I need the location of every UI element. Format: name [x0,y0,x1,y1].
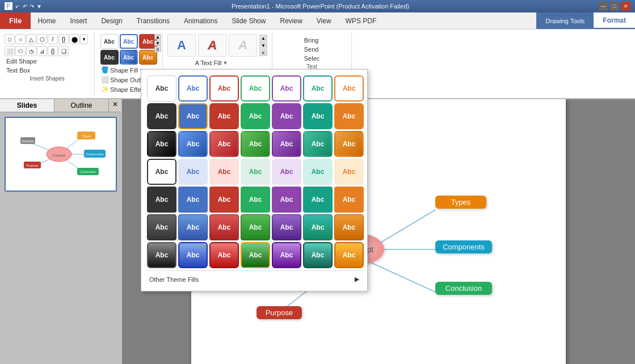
outline-tab[interactable]: Outline [54,99,109,112]
style-cell-3-0[interactable]: Abc [147,159,176,185]
shape-style-3[interactable]: Abc [100,50,119,65]
shape-scroll[interactable]: ▼ [80,34,88,44]
style-cell-3-5[interactable]: Abc [303,159,333,185]
tab-transitions[interactable]: Transitions [130,12,177,29]
style-cell-6-2[interactable]: Abc [209,242,239,268]
slides-area[interactable]: 1 Concept Types [0,112,121,364]
shape-style-1[interactable]: Abc [120,34,138,49]
style-cell-6-1[interactable]: Abc [178,242,208,268]
style-cell-3-3[interactable]: Abc [241,159,270,185]
style-cell-4-4[interactable]: Abc [272,187,301,213]
shape-style-0[interactable]: Abc [100,34,119,49]
tab-wps[interactable]: WPS PDF [339,12,384,29]
wordart-scroll-up[interactable]: ▲ [259,35,267,41]
shape-tool-7[interactable]: ⬤ [69,34,79,44]
style-cell-6-5[interactable]: Abc [303,242,333,268]
style-cell-2-5[interactable]: Abc [303,131,333,157]
selec-button[interactable]: Selec [302,54,322,62]
shape-tool-5[interactable]: / [48,34,58,44]
style-cell-2-6[interactable]: Abc [334,131,364,157]
style-cell-4-6[interactable]: Abc [334,187,364,213]
shape-tool-4[interactable]: ⬡ [37,34,47,44]
shape-tool-10[interactable]: ◷ [26,46,36,56]
style-cell-4-2[interactable]: Abc [209,187,239,213]
wordart-scroll-down[interactable]: ▼ [259,42,267,49]
style-cell-0-1[interactable]: Abc [178,75,208,101]
tab-insert[interactable]: Insert [63,12,94,29]
slide-1-thumbnail[interactable]: 1 Concept Types [5,117,117,192]
style-cell-6-6[interactable]: Abc [334,242,364,268]
style-cell-0-5[interactable]: Abc [303,75,333,101]
style-cell-5-5[interactable]: Abc [303,214,333,240]
close-button[interactable]: ✕ [621,2,630,11]
style-cell-3-2[interactable]: Abc [209,159,239,185]
tab-home[interactable]: Home [31,12,63,29]
style-cell-1-6[interactable]: Abc [334,103,364,129]
style-cell-6-0[interactable]: Abc [147,242,176,268]
style-cell-1-1[interactable]: Abc [178,103,208,129]
style-cell-1-2[interactable]: Abc [209,103,239,129]
style-cell-1-3[interactable]: Abc [241,103,270,129]
other-theme-fills-item[interactable]: Other Theme Fills ▶ [147,274,361,284]
tab-review[interactable]: Review [273,12,309,29]
tab-file[interactable]: File [0,12,31,29]
shape-tool-12[interactable]: {} [48,46,58,56]
style-cell-5-0[interactable]: Abc [147,214,176,240]
shape-styles-expand[interactable]: ≡ [154,46,161,52]
wordart-btn-1[interactable]: A [167,34,196,57]
shape-tool-6[interactable]: {} [58,34,69,44]
style-cell-5-1[interactable]: Abc [178,214,208,240]
shape-style-4[interactable]: Abc [120,50,138,65]
style-cell-5-3[interactable]: Abc [241,214,270,240]
shape-tool-2[interactable]: ○ [15,34,26,44]
style-cell-0-3[interactable]: Abc [241,75,270,101]
style-cell-6-3[interactable]: Abc [241,242,270,268]
style-cell-4-5[interactable]: Abc [303,187,333,213]
style-cell-0-4[interactable]: Abc [272,75,301,101]
style-cell-2-2[interactable]: Abc [209,131,239,157]
types-box[interactable]: Types [435,196,486,209]
style-cell-2-1[interactable]: Abc [178,131,208,157]
tab-format[interactable]: Format [594,12,635,29]
maximize-button[interactable]: □ [610,2,619,11]
components-box[interactable]: Components [435,240,492,253]
shape-tool-8[interactable]: ⬜ [5,46,15,56]
style-cell-3-4[interactable]: Abc [272,159,301,185]
shape-styles-scroll-up[interactable]: ▲ [154,34,161,40]
style-cell-2-0[interactable]: Abc [147,131,176,157]
wordart-expand[interactable]: ≡ [259,49,267,56]
shape-tool-9[interactable]: ⬭ [15,46,26,56]
shape-styles-dropdown[interactable]: Abc Abc Abc Abc Abc Abc Abc Abc Abc Abc … [141,69,368,291]
minimize-button[interactable]: — [599,2,608,11]
style-cell-0-0[interactable]: Abc [147,75,176,101]
shape-tool-1[interactable]: □ [5,34,15,44]
slides-tab[interactable]: Slides [0,99,54,112]
style-cell-1-5[interactable]: Abc [303,103,333,129]
text-fill-button[interactable]: A Text Fill ▼ [194,59,241,67]
style-cell-5-2[interactable]: Abc [209,214,239,240]
style-cell-5-6[interactable]: Abc [334,214,364,240]
bring-button[interactable]: Bring [302,36,322,44]
tab-view[interactable]: View [310,12,339,29]
style-cell-3-6[interactable]: Abc [334,159,364,185]
style-cell-0-6[interactable]: Abc [334,75,364,101]
wordart-btn-2[interactable]: A [198,34,226,57]
style-cell-4-1[interactable]: Abc [178,187,208,213]
style-cell-1-4[interactable]: Abc [272,103,301,129]
style-cell-0-2[interactable]: Abc [209,75,239,101]
text-box-button[interactable]: Text Box [5,66,90,74]
style-cell-3-1[interactable]: Abc [178,159,208,185]
style-cell-4-3[interactable]: Abc [241,187,270,213]
tab-animations[interactable]: Animations [177,12,225,29]
style-cell-1-0[interactable]: Abc [147,103,176,129]
shape-styles-scroll-down[interactable]: ▼ [154,40,161,46]
send-button[interactable]: Send [302,45,322,53]
shape-tool-3[interactable]: △ [26,34,36,44]
conclusion-box[interactable]: Conclusion [435,282,492,295]
shape-tool-11[interactable]: ⊿ [37,46,47,56]
style-cell-5-4[interactable]: Abc [272,214,301,240]
style-cell-2-3[interactable]: Abc [241,131,270,157]
shape-tool-13[interactable]: ❑ [58,46,69,56]
style-cell-2-4[interactable]: Abc [272,131,301,157]
wordart-btn-3[interactable]: A [229,34,257,57]
